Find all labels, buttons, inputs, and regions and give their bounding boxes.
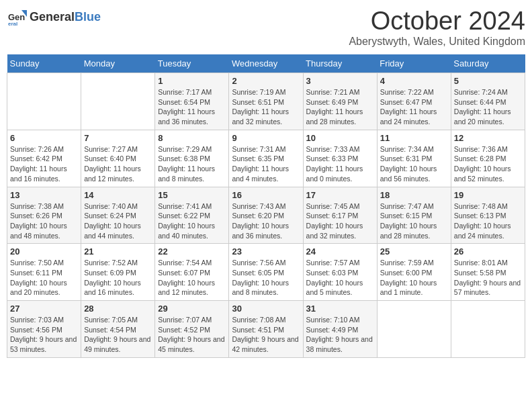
day-number: 16 [232, 190, 300, 200]
logo: Gen eral GeneralBlue [7, 7, 101, 27]
day-detail: Sunrise: 8:01 AM Sunset: 5:58 PM Dayligh… [454, 258, 522, 298]
day-number: 12 [454, 133, 522, 143]
calendar-day-cell: 30Sunrise: 7:08 AM Sunset: 4:51 PM Dayli… [229, 301, 303, 358]
day-detail: Sunrise: 7:50 AM Sunset: 6:11 PM Dayligh… [10, 258, 78, 298]
day-number: 1 [158, 76, 226, 86]
day-number: 11 [380, 133, 448, 143]
month-title: October 2024 [349, 7, 525, 36]
day-detail: Sunrise: 7:45 AM Sunset: 6:17 PM Dayligh… [306, 201, 374, 241]
day-number: 4 [380, 76, 448, 86]
day-number: 5 [454, 76, 522, 86]
calendar-day-cell: 2Sunrise: 7:19 AM Sunset: 6:51 PM Daylig… [229, 73, 303, 130]
day-number: 7 [84, 133, 152, 143]
day-detail: Sunrise: 7:27 AM Sunset: 6:40 PM Dayligh… [84, 144, 152, 184]
calendar-day-cell: 16Sunrise: 7:43 AM Sunset: 6:20 PM Dayli… [229, 187, 303, 244]
day-detail: Sunrise: 7:05 AM Sunset: 4:54 PM Dayligh… [84, 315, 152, 355]
calendar-day-cell: 7Sunrise: 7:27 AM Sunset: 6:40 PM Daylig… [81, 130, 155, 187]
day-number: 19 [454, 190, 522, 200]
calendar-day-cell: 27Sunrise: 7:03 AM Sunset: 4:56 PM Dayli… [7, 301, 81, 358]
day-detail: Sunrise: 7:33 AM Sunset: 6:33 PM Dayligh… [306, 144, 374, 184]
logo-text-general: General [30, 10, 75, 24]
day-number: 15 [158, 190, 226, 200]
day-detail: Sunrise: 7:56 AM Sunset: 6:05 PM Dayligh… [232, 258, 300, 298]
calendar-day-cell: 24Sunrise: 7:57 AM Sunset: 6:03 PM Dayli… [303, 244, 377, 301]
calendar-table: SundayMondayTuesdayWednesdayThursdayFrid… [7, 54, 525, 358]
calendar-day-cell: 26Sunrise: 8:01 AM Sunset: 5:58 PM Dayli… [451, 244, 525, 301]
calendar-day-cell: 22Sunrise: 7:54 AM Sunset: 6:07 PM Dayli… [155, 244, 229, 301]
day-detail: Sunrise: 7:38 AM Sunset: 6:26 PM Dayligh… [10, 201, 78, 241]
day-detail: Sunrise: 7:17 AM Sunset: 6:54 PM Dayligh… [158, 87, 226, 127]
day-of-week-header: Thursday [303, 54, 377, 73]
calendar-day-cell: 12Sunrise: 7:36 AM Sunset: 6:28 PM Dayli… [451, 130, 525, 187]
day-number: 2 [232, 76, 300, 86]
page-header: Gen eral GeneralBlue October 2024 Aberys… [7, 7, 525, 48]
calendar-day-cell: 11Sunrise: 7:34 AM Sunset: 6:31 PM Dayli… [377, 130, 451, 187]
calendar-day-cell: 3Sunrise: 7:21 AM Sunset: 6:49 PM Daylig… [303, 73, 377, 130]
calendar-day-cell: 15Sunrise: 7:41 AM Sunset: 6:22 PM Dayli… [155, 187, 229, 244]
calendar-day-cell: 13Sunrise: 7:38 AM Sunset: 6:26 PM Dayli… [7, 187, 81, 244]
day-detail: Sunrise: 7:41 AM Sunset: 6:22 PM Dayligh… [158, 201, 226, 241]
day-of-week-header: Wednesday [229, 54, 303, 73]
day-number: 22 [158, 246, 226, 257]
calendar-week-row: 13Sunrise: 7:38 AM Sunset: 6:26 PM Dayli… [7, 187, 525, 244]
day-number: 20 [10, 246, 78, 257]
day-number: 13 [10, 190, 78, 200]
calendar-day-cell: 28Sunrise: 7:05 AM Sunset: 4:54 PM Dayli… [81, 301, 155, 358]
calendar-day-cell [81, 73, 155, 130]
day-number: 14 [84, 190, 152, 200]
day-number: 25 [380, 246, 448, 257]
day-detail: Sunrise: 7:21 AM Sunset: 6:49 PM Dayligh… [306, 87, 374, 127]
calendar-week-row: 20Sunrise: 7:50 AM Sunset: 6:11 PM Dayli… [7, 244, 525, 301]
day-detail: Sunrise: 7:52 AM Sunset: 6:09 PM Dayligh… [84, 258, 152, 298]
title-block: October 2024 Aberystwyth, Wales, United … [349, 7, 525, 48]
day-of-week-header: Friday [377, 54, 451, 73]
calendar-day-cell: 20Sunrise: 7:50 AM Sunset: 6:11 PM Dayli… [7, 244, 81, 301]
day-number: 9 [232, 133, 300, 143]
day-detail: Sunrise: 7:40 AM Sunset: 6:24 PM Dayligh… [84, 201, 152, 241]
day-detail: Sunrise: 7:03 AM Sunset: 4:56 PM Dayligh… [10, 315, 78, 355]
logo-icon: Gen eral [7, 7, 27, 27]
calendar-day-cell [7, 73, 81, 130]
calendar-week-row: 6Sunrise: 7:26 AM Sunset: 6:42 PM Daylig… [7, 130, 525, 187]
day-detail: Sunrise: 7:57 AM Sunset: 6:03 PM Dayligh… [306, 258, 374, 298]
calendar-day-cell: 10Sunrise: 7:33 AM Sunset: 6:33 PM Dayli… [303, 130, 377, 187]
day-detail: Sunrise: 7:24 AM Sunset: 6:44 PM Dayligh… [454, 87, 522, 127]
calendar-header-row: SundayMondayTuesdayWednesdayThursdayFrid… [7, 54, 525, 73]
calendar-day-cell: 14Sunrise: 7:40 AM Sunset: 6:24 PM Dayli… [81, 187, 155, 244]
day-number: 10 [306, 133, 374, 143]
day-number: 18 [380, 190, 448, 200]
day-number: 30 [232, 304, 300, 314]
day-number: 24 [306, 246, 374, 257]
calendar-day-cell: 8Sunrise: 7:29 AM Sunset: 6:38 PM Daylig… [155, 130, 229, 187]
calendar-day-cell: 9Sunrise: 7:31 AM Sunset: 6:35 PM Daylig… [229, 130, 303, 187]
day-detail: Sunrise: 7:29 AM Sunset: 6:38 PM Dayligh… [158, 144, 226, 184]
day-number: 17 [306, 190, 374, 200]
calendar-day-cell: 25Sunrise: 7:59 AM Sunset: 6:00 PM Dayli… [377, 244, 451, 301]
calendar-day-cell [451, 301, 525, 358]
day-detail: Sunrise: 7:34 AM Sunset: 6:31 PM Dayligh… [380, 144, 448, 184]
day-detail: Sunrise: 7:19 AM Sunset: 6:51 PM Dayligh… [232, 87, 300, 127]
calendar-day-cell: 6Sunrise: 7:26 AM Sunset: 6:42 PM Daylig… [7, 130, 81, 187]
day-detail: Sunrise: 7:31 AM Sunset: 6:35 PM Dayligh… [232, 144, 300, 184]
day-detail: Sunrise: 7:48 AM Sunset: 6:13 PM Dayligh… [454, 201, 522, 241]
calendar-day-cell: 1Sunrise: 7:17 AM Sunset: 6:54 PM Daylig… [155, 73, 229, 130]
day-of-week-header: Tuesday [155, 54, 229, 73]
calendar-day-cell: 31Sunrise: 7:10 AM Sunset: 4:49 PM Dayli… [303, 301, 377, 358]
calendar-day-cell: 29Sunrise: 7:07 AM Sunset: 4:52 PM Dayli… [155, 301, 229, 358]
day-number: 27 [10, 304, 78, 314]
svg-text:eral: eral [8, 21, 17, 27]
day-number: 21 [84, 246, 152, 257]
day-number: 31 [306, 304, 374, 314]
day-of-week-header: Sunday [7, 54, 81, 73]
day-detail: Sunrise: 7:22 AM Sunset: 6:47 PM Dayligh… [380, 87, 448, 127]
calendar-week-row: 1Sunrise: 7:17 AM Sunset: 6:54 PM Daylig… [7, 73, 525, 130]
day-detail: Sunrise: 7:07 AM Sunset: 4:52 PM Dayligh… [158, 315, 226, 355]
day-detail: Sunrise: 7:10 AM Sunset: 4:49 PM Dayligh… [306, 315, 374, 355]
calendar-day-cell: 23Sunrise: 7:56 AM Sunset: 6:05 PM Dayli… [229, 244, 303, 301]
day-number: 8 [158, 133, 226, 143]
day-of-week-header: Monday [81, 54, 155, 73]
day-detail: Sunrise: 7:36 AM Sunset: 6:28 PM Dayligh… [454, 144, 522, 184]
calendar-day-cell: 5Sunrise: 7:24 AM Sunset: 6:44 PM Daylig… [451, 73, 525, 130]
calendar-day-cell: 18Sunrise: 7:47 AM Sunset: 6:15 PM Dayli… [377, 187, 451, 244]
day-number: 3 [306, 76, 374, 86]
